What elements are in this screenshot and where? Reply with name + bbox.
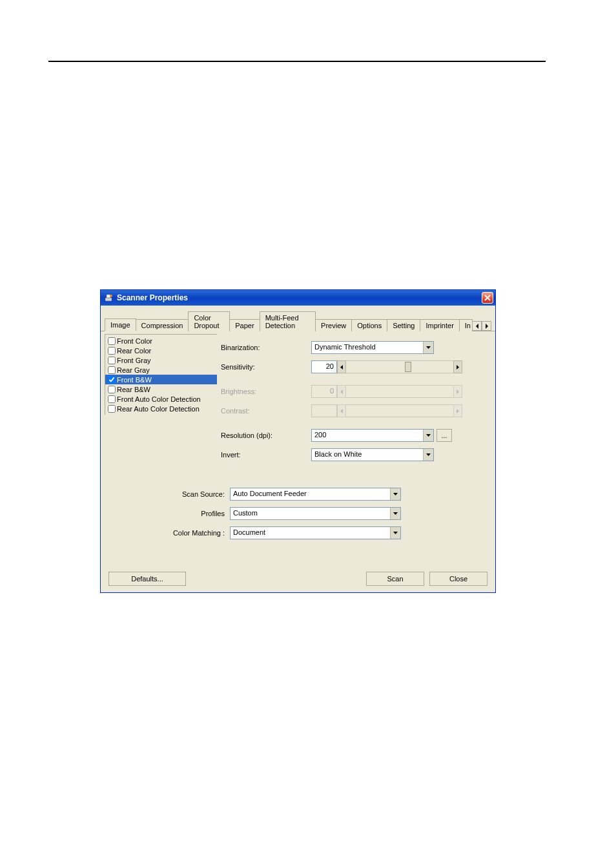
arrow-left-icon [337,385,346,398]
binarization-combo[interactable]: Dynamic Threshold [311,341,434,354]
document-divider [48,61,546,62]
arrow-left-icon[interactable] [337,360,346,373]
check-rear-gray[interactable]: Rear Gray [105,365,217,375]
arrow-right-icon [485,324,489,329]
tab-setting[interactable]: Setting [387,319,420,331]
check-label: Front B&W [117,376,152,384]
color-matching-combo[interactable]: Document [230,526,401,539]
slider-thumb[interactable] [405,362,411,372]
tab-imprinter[interactable]: Imprinter [420,319,459,331]
brightness-slider: 0 [311,385,462,398]
chevron-down-icon[interactable] [423,430,433,441]
tab-content: Front Color Rear Color Front Gray Rear G… [101,331,495,472]
arrow-right-icon [453,385,462,398]
tab-compression[interactable]: Compression [136,319,189,331]
checkbox[interactable] [108,337,116,345]
tab-color-dropout[interactable]: Color Dropout [188,311,230,331]
checkbox[interactable] [108,366,116,374]
slider-track [346,385,453,398]
tab-scroll-left[interactable] [472,321,482,331]
bottom-settings: Scan Source: Auto Document Feeder Profil… [101,472,495,552]
check-front-color[interactable]: Front Color [105,336,217,346]
check-front-gray[interactable]: Front Gray [105,355,217,365]
footer-buttons: Defaults... Scan Close [101,552,495,592]
titlebar: Scanner Properties [101,290,495,306]
tab-multifeed[interactable]: Multi-Feed Detection [260,311,316,331]
arrow-left-icon [337,404,346,417]
label-brightness: Brightness: [221,388,311,395]
check-rear-color[interactable]: Rear Color [105,346,217,355]
invert-combo[interactable]: Black on White [311,448,434,461]
checkbox[interactable] [108,405,116,413]
check-front-bw[interactable]: Front B&W [105,375,217,384]
contrast-value [311,404,337,417]
checkbox[interactable] [108,357,116,364]
chevron-down-icon[interactable] [390,488,400,500]
scan-button[interactable]: Scan [366,572,424,586]
arrow-left-icon [475,324,479,329]
check-label: Rear Auto Color Detection [117,405,200,413]
tab-scroll [472,321,491,331]
label-invert: Invert: [221,451,311,459]
app-icon [105,293,114,302]
label-color-matching: Color Matching : [114,529,230,537]
contrast-slider [311,404,462,417]
label-profiles: Profiles [114,510,230,517]
label-contrast: Contrast: [221,407,311,415]
checkbox[interactable] [108,395,116,403]
chevron-down-icon[interactable] [423,449,433,461]
tab-scroll-right[interactable] [482,321,491,331]
sensitivity-value: 20 [311,360,337,373]
close-button[interactable] [482,292,493,304]
image-select-list: Front Color Rear Color Front Gray Rear G… [101,331,217,472]
slider-track[interactable] [346,360,453,373]
combo-value: 200 [312,430,423,441]
check-label: Rear Gray [117,366,150,374]
tabs: Image Compression Color Dropout Paper Mu… [101,306,495,331]
profiles-combo[interactable]: Custom [230,507,401,520]
check-rear-auto-color[interactable]: Rear Auto Color Detection [105,404,217,413]
sensitivity-slider[interactable]: 20 [311,360,462,373]
check-label: Rear B&W [117,386,150,393]
check-rear-bw[interactable]: Rear B&W [105,384,217,394]
chevron-down-icon[interactable] [423,342,433,353]
label-binarization: Binarization: [221,344,311,351]
chevron-down-icon[interactable] [390,527,400,539]
combo-value: Custom [231,508,390,519]
check-label: Rear Color [117,347,151,355]
checkbox[interactable] [108,347,116,355]
check-label: Front Color [117,337,152,345]
arrow-right-icon [453,404,462,417]
window-title: Scanner Properties [117,293,482,302]
tab-options[interactable]: Options [351,319,387,331]
close-icon [484,295,491,301]
resolution-more-button[interactable]: ... [436,429,452,442]
resolution-combo[interactable]: 200 [311,429,434,442]
svg-rect-0 [105,298,112,301]
close-dialog-button[interactable]: Close [429,572,488,586]
scanner-properties-window: Scanner Properties Image Compression Col… [100,289,496,593]
settings-panel: Binarization: Dynamic Threshold Sensitiv… [217,331,495,472]
tab-image[interactable]: Image [105,318,136,331]
svg-point-2 [110,295,112,297]
defaults-button[interactable]: Defaults... [108,572,186,586]
label-sensitivity: Sensitivity: [221,363,311,371]
tab-overflow[interactable]: In [459,319,473,331]
combo-value: Black on White [312,449,423,461]
combo-value: Auto Document Feeder [231,488,390,500]
checkbox[interactable] [108,376,116,384]
tab-paper[interactable]: Paper [229,319,260,331]
check-front-auto-color[interactable]: Front Auto Color Detection [105,394,217,404]
scan-source-combo[interactable]: Auto Document Feeder [230,488,401,501]
combo-value: Dynamic Threshold [312,342,423,353]
label-resolution: Resolution (dpi): [221,432,311,439]
arrow-right-icon[interactable] [453,360,462,373]
checkbox[interactable] [108,386,116,393]
combo-value: Document [231,527,390,539]
check-label: Front Auto Color Detection [117,395,201,403]
chevron-down-icon[interactable] [390,508,400,519]
label-scan-source: Scan Source: [114,490,230,498]
tab-preview[interactable]: Preview [315,319,352,331]
slider-track [346,404,453,417]
brightness-value: 0 [311,385,337,398]
